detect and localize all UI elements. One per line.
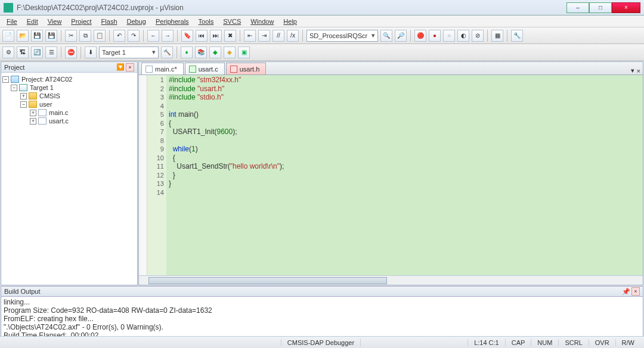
- undo-icon[interactable]: ↶: [113, 30, 125, 42]
- maximize-button[interactable]: □: [589, 2, 612, 13]
- project-panel-title: Project 🔽 ×: [1, 62, 137, 73]
- indent-right-icon[interactable]: ⇥: [258, 30, 270, 42]
- menu-svcs[interactable]: SVCS: [219, 17, 245, 26]
- scrollbar-thumb[interactable]: [148, 277, 387, 284]
- bp-kill-icon[interactable]: ⊘: [472, 30, 484, 42]
- expander-icon[interactable]: −: [11, 85, 17, 91]
- new-file-icon[interactable]: 📄: [2, 30, 14, 42]
- menu-file[interactable]: File: [2, 17, 21, 26]
- breakpoint-gutter[interactable]: [139, 75, 147, 275]
- debug-start-icon[interactable]: 🔴: [414, 30, 426, 42]
- configure-icon[interactable]: 🔧: [511, 30, 523, 42]
- line-number-gutter: 1 2 3 4 5 6 7 8 9 10 11 12 13 14: [147, 75, 166, 275]
- save-all-icon[interactable]: 💾: [45, 30, 57, 42]
- code-editor[interactable]: 1 2 3 4 5 6 7 8 9 10 11 12 13 14 #includ…: [139, 75, 643, 275]
- books-icon[interactable]: 📚: [195, 46, 207, 58]
- separator: [302, 30, 303, 42]
- tree-file-usart[interactable]: + usart.c: [2, 117, 136, 125]
- menu-window[interactable]: Window: [246, 17, 278, 26]
- comment-icon[interactable]: //: [273, 30, 284, 42]
- rebuild-icon[interactable]: 🔄: [31, 46, 43, 58]
- bookmark-next-icon[interactable]: ⏭: [210, 30, 222, 42]
- bp-disable-icon[interactable]: ◐: [457, 30, 469, 42]
- download-icon[interactable]: ⬇: [85, 46, 97, 58]
- tab-close-icon[interactable]: ×: [637, 67, 640, 74]
- minimize-button[interactable]: –: [566, 2, 589, 13]
- menu-peripherals[interactable]: Peripherals: [151, 17, 193, 26]
- find-in-files-icon[interactable]: 🔎: [395, 30, 407, 42]
- project-tree[interactable]: − Project: AT24C02 − Target 1 + CMSIS − …: [1, 73, 137, 285]
- translate-icon[interactable]: ⚙: [2, 46, 14, 58]
- menu-help[interactable]: Help: [279, 17, 301, 26]
- window-layout-icon[interactable]: ▦: [491, 30, 503, 42]
- file-icon: [145, 66, 153, 73]
- options-icon[interactable]: 🔨: [161, 46, 173, 58]
- menu-project[interactable]: Project: [67, 17, 95, 26]
- close-panel-icon[interactable]: ×: [126, 63, 134, 72]
- indent-left-icon[interactable]: ⇤: [244, 30, 256, 42]
- menu-debug[interactable]: Debug: [123, 17, 150, 26]
- chevron-down-icon: ▾: [368, 32, 375, 39]
- bookmark-icon[interactable]: 🔖: [181, 30, 193, 42]
- close-button[interactable]: ×: [612, 2, 640, 13]
- bp-insert-icon[interactable]: ●: [429, 30, 441, 42]
- pin-icon[interactable]: 📌: [622, 287, 630, 296]
- menu-tools[interactable]: Tools: [194, 17, 218, 26]
- status-cursor-pos: L:14 C:1: [467, 339, 505, 346]
- expander-icon[interactable]: −: [2, 76, 9, 83]
- status-rw: R/W: [615, 339, 640, 346]
- build-output-label: Build Output: [4, 288, 41, 295]
- select-packs-icon[interactable]: ▣: [238, 46, 250, 58]
- expander-icon[interactable]: +: [20, 93, 27, 100]
- expander-icon[interactable]: −: [20, 101, 27, 108]
- pin-icon[interactable]: 🔽: [116, 63, 125, 72]
- tree-file-main[interactable]: + main.c: [2, 108, 136, 117]
- pack-installer-icon[interactable]: ◆: [209, 46, 221, 58]
- batch-build-icon[interactable]: ☰: [45, 46, 57, 58]
- redo-icon[interactable]: ↷: [128, 30, 140, 42]
- paste-icon[interactable]: 📋: [94, 30, 106, 42]
- tree-group-cmsis[interactable]: + CMSIS: [2, 92, 136, 100]
- stop-build-icon[interactable]: ⛔: [65, 46, 77, 58]
- nav-back-icon[interactable]: ←: [147, 30, 159, 42]
- workspace: Project 🔽 × − Project: AT24C02 − Target …: [0, 61, 644, 286]
- menu-view[interactable]: View: [44, 17, 66, 26]
- cut-icon[interactable]: ✂: [65, 30, 77, 42]
- status-bar: CMSIS-DAP Debugger L:14 C:1 CAP NUM SCRL…: [0, 336, 644, 348]
- bookmark-clear-icon[interactable]: ✖: [224, 30, 236, 42]
- find-combo[interactable]: SD_ProcessIRQScr ▾: [306, 30, 378, 42]
- expander-icon[interactable]: +: [30, 110, 36, 116]
- file-icon: [38, 109, 47, 116]
- tab-dropdown-icon[interactable]: ▾: [631, 67, 634, 74]
- manage-rte-icon[interactable]: ♦: [181, 46, 193, 58]
- manage-project-icon[interactable]: ◆: [224, 46, 236, 58]
- tab-main-c-label: main.c*: [155, 66, 177, 73]
- menu-flash[interactable]: Flash: [97, 17, 122, 26]
- tab-usart-c[interactable]: usart.c: [185, 63, 225, 74]
- separator: [177, 46, 177, 58]
- copy-icon[interactable]: ⧉: [79, 30, 91, 42]
- tab-main-c[interactable]: main.c*: [141, 63, 184, 74]
- find-icon[interactable]: 🔍: [380, 30, 392, 42]
- open-icon[interactable]: 📂: [17, 30, 29, 42]
- horizontal-scrollbar[interactable]: [139, 275, 643, 285]
- separator: [507, 30, 507, 42]
- nav-fwd-icon[interactable]: →: [162, 30, 174, 42]
- window-buttons: – □ ×: [566, 2, 640, 13]
- tree-root[interactable]: − Project: AT24C02: [2, 75, 136, 83]
- expander-icon[interactable]: +: [30, 118, 36, 125]
- tree-group-user[interactable]: − user: [2, 100, 136, 108]
- bookmark-prev-icon[interactable]: ⏮: [196, 30, 208, 42]
- target-combo[interactable]: Target 1 ▾: [99, 46, 159, 58]
- window-title: F:\Desktop\AT24C02\proj\AT24C02.uvprojx …: [17, 4, 566, 12]
- tab-usart-h[interactable]: usart.h: [226, 63, 267, 74]
- close-panel-icon[interactable]: ×: [631, 287, 640, 296]
- uncomment-icon[interactable]: /x: [287, 30, 299, 42]
- editor-area: main.c* usart.c usart.h ▾ × 1 2 3 4 5 6 …: [138, 61, 643, 285]
- build-icon[interactable]: 🏗: [17, 46, 29, 58]
- code-text[interactable]: #include "stm32f4xx.h" #include "usart.h…: [166, 75, 643, 275]
- bp-enable-icon[interactable]: ○: [443, 30, 455, 42]
- menu-edit[interactable]: Edit: [23, 17, 42, 26]
- save-icon[interactable]: 💾: [31, 30, 43, 42]
- tree-target[interactable]: − Target 1: [2, 83, 136, 92]
